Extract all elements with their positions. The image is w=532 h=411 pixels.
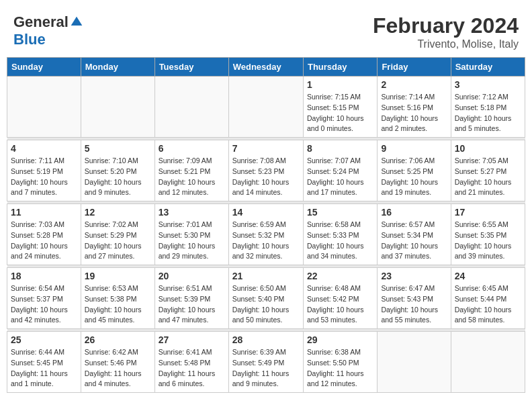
calendar-week-2: 4Sunrise: 7:11 AM Sunset: 5:19 PM Daylig…: [7, 140, 525, 201]
day-number: 28: [232, 334, 300, 345]
calendar-cell: [154, 77, 228, 138]
calendar-cell: 20Sunrise: 6:51 AM Sunset: 5:39 PM Dayli…: [154, 268, 228, 329]
day-number: 2: [381, 79, 447, 90]
day-info: Sunrise: 7:09 AM Sunset: 5:21 PM Dayligh…: [159, 156, 225, 198]
day-info: Sunrise: 6:45 AM Sunset: 5:44 PM Dayligh…: [455, 283, 521, 326]
calendar-cell: [451, 332, 525, 393]
day-info: Sunrise: 6:54 AM Sunset: 5:37 PM Dayligh…: [11, 283, 77, 326]
logo: General Blue: [13, 13, 83, 48]
calendar-cell: 2Sunrise: 7:14 AM Sunset: 5:16 PM Daylig…: [378, 77, 451, 138]
calendar-cell: 17Sunrise: 6:55 AM Sunset: 5:35 PM Dayli…: [451, 204, 525, 265]
day-info: Sunrise: 6:39 AM Sunset: 5:49 PM Dayligh…: [232, 347, 300, 390]
day-number: 29: [307, 334, 373, 345]
calendar-week-3: 11Sunrise: 7:03 AM Sunset: 5:28 PM Dayli…: [7, 204, 525, 265]
calendar-table: SundayMondayTuesdayWednesdayThursdayFrid…: [7, 57, 525, 393]
calendar-cell: 1Sunrise: 7:15 AM Sunset: 5:15 PM Daylig…: [303, 77, 377, 138]
calendar-header-friday: Friday: [378, 58, 451, 77]
calendar-cell: 24Sunrise: 6:45 AM Sunset: 5:44 PM Dayli…: [451, 268, 525, 329]
calendar-cell: 8Sunrise: 7:07 AM Sunset: 5:24 PM Daylig…: [303, 140, 377, 201]
day-info: Sunrise: 6:48 AM Sunset: 5:42 PM Dayligh…: [307, 283, 373, 326]
day-info: Sunrise: 7:10 AM Sunset: 5:20 PM Dayligh…: [85, 156, 151, 198]
day-number: 19: [85, 271, 151, 281]
calendar-header-thursday: Thursday: [303, 58, 377, 77]
day-number: 6: [159, 143, 225, 154]
day-number: 11: [11, 207, 77, 218]
calendar-cell: 29Sunrise: 6:38 AM Sunset: 5:50 PM Dayli…: [303, 332, 377, 393]
day-number: 14: [232, 207, 300, 218]
day-info: Sunrise: 6:42 AM Sunset: 5:46 PM Dayligh…: [85, 347, 151, 390]
calendar-header-row: SundayMondayTuesdayWednesdayThursdayFrid…: [7, 58, 525, 77]
day-info: Sunrise: 6:55 AM Sunset: 5:35 PM Dayligh…: [455, 220, 521, 262]
day-info: Sunrise: 6:41 AM Sunset: 5:48 PM Dayligh…: [159, 347, 225, 390]
day-info: Sunrise: 7:08 AM Sunset: 5:23 PM Dayligh…: [232, 156, 300, 198]
day-number: 20: [159, 271, 225, 281]
calendar-cell: 5Sunrise: 7:10 AM Sunset: 5:20 PM Daylig…: [81, 140, 154, 201]
calendar-header-sunday: Sunday: [7, 58, 81, 77]
page-header: General Blue February 2024 Trivento, Mol…: [7, 7, 525, 54]
calendar-cell: 7Sunrise: 7:08 AM Sunset: 5:23 PM Daylig…: [228, 140, 303, 201]
calendar-cell: 3Sunrise: 7:12 AM Sunset: 5:18 PM Daylig…: [451, 77, 525, 138]
day-info: Sunrise: 7:11 AM Sunset: 5:19 PM Dayligh…: [11, 156, 77, 198]
calendar-header-monday: Monday: [81, 58, 154, 77]
svg-marker-0: [71, 17, 83, 26]
calendar-week-1: 1Sunrise: 7:15 AM Sunset: 5:15 PM Daylig…: [7, 77, 525, 138]
calendar-cell: 16Sunrise: 6:57 AM Sunset: 5:34 PM Dayli…: [378, 204, 451, 265]
calendar-cell: 18Sunrise: 6:54 AM Sunset: 5:37 PM Dayli…: [7, 268, 81, 329]
day-info: Sunrise: 6:58 AM Sunset: 5:33 PM Dayligh…: [307, 220, 373, 262]
day-number: 3: [455, 79, 521, 90]
day-number: 18: [11, 271, 77, 281]
calendar-cell: 27Sunrise: 6:41 AM Sunset: 5:48 PM Dayli…: [154, 332, 228, 393]
calendar-subtitle: Trivento, Molise, Italy: [373, 38, 519, 50]
calendar-cell: 26Sunrise: 6:42 AM Sunset: 5:46 PM Dayli…: [81, 332, 154, 393]
day-number: 13: [159, 207, 225, 218]
calendar-cell: 12Sunrise: 7:02 AM Sunset: 5:29 PM Dayli…: [81, 204, 154, 265]
day-info: Sunrise: 7:07 AM Sunset: 5:24 PM Dayligh…: [307, 156, 373, 198]
day-number: 21: [232, 271, 300, 281]
calendar-cell: 11Sunrise: 7:03 AM Sunset: 5:28 PM Dayli…: [7, 204, 81, 265]
calendar-header-tuesday: Tuesday: [154, 58, 228, 77]
calendar-cell: 19Sunrise: 6:53 AM Sunset: 5:38 PM Dayli…: [81, 268, 154, 329]
calendar-cell: 14Sunrise: 6:59 AM Sunset: 5:32 PM Dayli…: [228, 204, 303, 265]
day-info: Sunrise: 7:01 AM Sunset: 5:30 PM Dayligh…: [159, 220, 225, 262]
calendar-cell: [7, 77, 81, 138]
calendar-cell: 10Sunrise: 7:05 AM Sunset: 5:27 PM Dayli…: [451, 140, 525, 201]
logo-general-text: General: [13, 13, 69, 31]
calendar-cell: 9Sunrise: 7:06 AM Sunset: 5:25 PM Daylig…: [378, 140, 451, 201]
day-info: Sunrise: 6:53 AM Sunset: 5:38 PM Dayligh…: [85, 283, 151, 326]
day-number: 12: [85, 207, 151, 218]
calendar-week-4: 18Sunrise: 6:54 AM Sunset: 5:37 PM Dayli…: [7, 268, 525, 329]
calendar-week-5: 25Sunrise: 6:44 AM Sunset: 5:45 PM Dayli…: [7, 332, 525, 393]
day-info: Sunrise: 7:12 AM Sunset: 5:18 PM Dayligh…: [455, 92, 521, 134]
day-number: 8: [307, 143, 373, 154]
day-info: Sunrise: 7:02 AM Sunset: 5:29 PM Dayligh…: [85, 220, 151, 262]
day-number: 7: [232, 143, 300, 154]
logo-blue-text: Blue: [13, 31, 83, 48]
day-info: Sunrise: 6:51 AM Sunset: 5:39 PM Dayligh…: [159, 283, 225, 326]
day-info: Sunrise: 7:06 AM Sunset: 5:25 PM Dayligh…: [381, 156, 447, 198]
logo-icon: [70, 15, 83, 29]
day-info: Sunrise: 7:15 AM Sunset: 5:15 PM Dayligh…: [307, 92, 373, 134]
day-number: 24: [455, 271, 521, 281]
calendar-cell: [81, 77, 154, 138]
day-number: 15: [307, 207, 373, 218]
calendar-cell: 6Sunrise: 7:09 AM Sunset: 5:21 PM Daylig…: [154, 140, 228, 201]
day-info: Sunrise: 6:57 AM Sunset: 5:34 PM Dayligh…: [381, 220, 447, 262]
title-block: February 2024 Trivento, Molise, Italy: [373, 13, 519, 50]
day-number: 25: [11, 334, 77, 345]
day-number: 5: [85, 143, 151, 154]
calendar-cell: [378, 332, 451, 393]
calendar-title: February 2024: [373, 13, 519, 38]
calendar-header-wednesday: Wednesday: [228, 58, 303, 77]
day-number: 17: [455, 207, 521, 218]
calendar-cell: 21Sunrise: 6:50 AM Sunset: 5:40 PM Dayli…: [228, 268, 303, 329]
day-info: Sunrise: 6:59 AM Sunset: 5:32 PM Dayligh…: [232, 220, 300, 262]
calendar-cell: 4Sunrise: 7:11 AM Sunset: 5:19 PM Daylig…: [7, 140, 81, 201]
day-number: 10: [455, 143, 521, 154]
day-info: Sunrise: 6:44 AM Sunset: 5:45 PM Dayligh…: [11, 347, 77, 390]
day-info: Sunrise: 7:05 AM Sunset: 5:27 PM Dayligh…: [455, 156, 521, 198]
day-number: 16: [381, 207, 447, 218]
day-number: 27: [159, 334, 225, 345]
day-number: 26: [85, 334, 151, 345]
day-info: Sunrise: 6:47 AM Sunset: 5:43 PM Dayligh…: [381, 283, 447, 326]
calendar-cell: [228, 77, 303, 138]
